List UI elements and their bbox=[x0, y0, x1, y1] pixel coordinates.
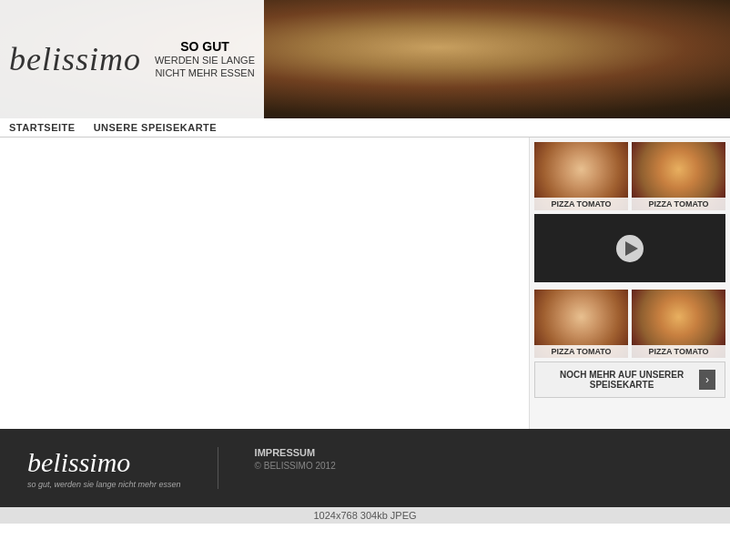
pizza-label-4: PIZZA TOMATO bbox=[632, 345, 725, 358]
more-button-label: NOCH MEHR AUF UNSERER SPEISEKARTE bbox=[544, 370, 699, 390]
tagline-line3: NICHT MEHR ESSEN bbox=[155, 66, 255, 79]
footer: belissimo so gut, werden sie lange nicht… bbox=[0, 429, 730, 507]
footer-logo: belissimo bbox=[27, 447, 181, 478]
more-speisekarte-button[interactable]: NOCH MEHR AUF UNSERER SPEISEKARTE › bbox=[534, 361, 725, 398]
header-tagline: SO GUT WERDEN SIE LANGE NICHT MEHR ESSEN bbox=[155, 39, 255, 80]
pizza-item-2[interactable]: PIZZA TOMATO bbox=[632, 142, 725, 210]
pizza-label-2: PIZZA TOMATO bbox=[632, 198, 725, 210]
nav-speisekarte[interactable]: UNSERE SPEISEKARTE bbox=[94, 122, 218, 133]
impressum-link[interactable]: IMPRESSUM bbox=[255, 447, 336, 458]
pizza-grid: PIZZA TOMATO PIZZA TOMATO PIZZA TOMATO P… bbox=[534, 142, 725, 358]
header-logo: belissimo bbox=[9, 40, 141, 78]
tagline-line2: WERDEN SIE LANGE bbox=[155, 54, 255, 66]
footer-copyright: © BELISSIMO 2012 bbox=[255, 461, 336, 471]
footer-logo-area: belissimo so gut, werden sie lange nicht… bbox=[27, 447, 181, 489]
arrow-right-icon: › bbox=[699, 370, 715, 390]
nav-startseite[interactable]: STARTSEITE bbox=[9, 122, 76, 133]
pizza-label-3: PIZZA TOMATO bbox=[534, 345, 628, 358]
video-thumbnail[interactable] bbox=[534, 214, 725, 282]
header-logo-area: belissimo SO GUT WERDEN SIE LANGE NICHT … bbox=[0, 0, 264, 118]
pizza-label-1: PIZZA TOMATO bbox=[534, 198, 628, 210]
main-content: PIZZA TOMATO PIZZA TOMATO PIZZA TOMATO P… bbox=[0, 137, 730, 429]
navigation: STARTSEITE UNSERE SPEISEKARTE bbox=[0, 118, 730, 137]
play-triangle-icon bbox=[625, 241, 638, 256]
sidebar: PIZZA TOMATO PIZZA TOMATO PIZZA TOMATO P… bbox=[530, 137, 730, 429]
footer-links: IMPRESSUM © BELISSIMO 2012 bbox=[255, 447, 336, 471]
pizza-item-4[interactable]: PIZZA TOMATO bbox=[632, 290, 725, 358]
pizza-item-3[interactable]: PIZZA TOMATO bbox=[534, 290, 628, 358]
image-info-bar: 1024x768 304kb JPEG bbox=[0, 507, 730, 524]
content-area bbox=[0, 137, 530, 429]
footer-divider bbox=[218, 447, 218, 489]
header: belissimo SO GUT WERDEN SIE LANGE NICHT … bbox=[0, 0, 730, 118]
footer-tagline: so gut, werden sie lange nicht mehr esse… bbox=[27, 480, 181, 489]
pizza-item-1[interactable]: PIZZA TOMATO bbox=[534, 142, 628, 210]
play-button[interactable] bbox=[616, 235, 644, 262]
tagline-line1: SO GUT bbox=[155, 39, 255, 54]
